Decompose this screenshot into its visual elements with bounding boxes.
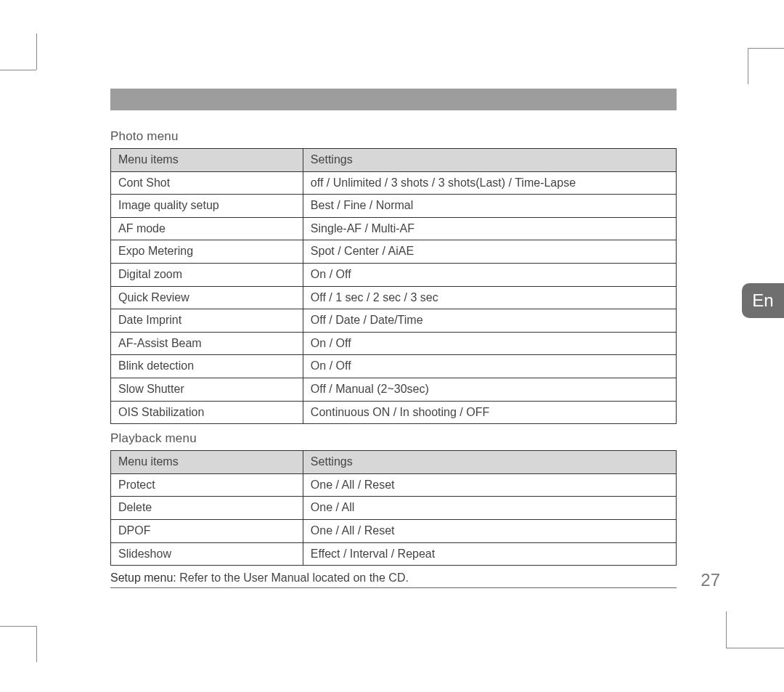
photo-menu-title: Photo menu — [110, 129, 677, 144]
settings-cell: Continuous ON / In shooting / OFF — [303, 401, 676, 424]
settings-cell: One / All — [303, 497, 676, 520]
language-tab: En — [742, 283, 784, 318]
settings-cell: One / All / Reset — [303, 473, 676, 497]
page-number: 27 — [701, 570, 720, 590]
menu-item-cell: DPOF — [111, 519, 303, 542]
table-row: Digital zoomOn / Off — [111, 263, 677, 286]
settings-cell: Off / Date / Date/Time — [303, 309, 676, 333]
crop-mark — [0, 70, 36, 70]
settings-cell: Spot / Center / AiAE — [303, 240, 676, 264]
menu-item-cell: Delete — [111, 497, 303, 520]
photo-menu-body: Cont Shotoff / Unlimited / 3 shots / 3 s… — [111, 171, 677, 424]
menu-item-cell: Slideshow — [111, 542, 303, 566]
table-row: Image quality setupBest / Fine / Normal — [111, 195, 677, 218]
table-row: AF modeSingle-AF / Multi-AF — [111, 217, 677, 240]
table-row: ProtectOne / All / Reset — [111, 473, 677, 497]
crop-mark — [726, 648, 784, 648]
table-row: Blink detectionOn / Off — [111, 355, 677, 378]
table-row: Slow ShutterOff / Manual (2~30sec) — [111, 378, 677, 401]
settings-cell: Off / 1 sec / 2 sec / 3 sec — [303, 286, 676, 309]
menu-item-cell: Digital zoom — [111, 263, 303, 286]
settings-cell: off / Unlimited / 3 shots / 3 shots(Last… — [303, 171, 676, 195]
settings-cell: One / All / Reset — [303, 519, 676, 542]
page-content: Photo menu Menu items Settings Cont Shot… — [110, 89, 677, 588]
table-row: OIS StabilizationContinuous ON / In shoo… — [111, 401, 677, 424]
setup-menu-label: Setup menu: — [110, 571, 176, 584]
menu-item-cell: Protect — [111, 473, 303, 497]
settings-cell: On / Off — [303, 355, 676, 378]
table-row: AF-Assist BeamOn / Off — [111, 332, 677, 355]
playback-menu-title: Playback menu — [110, 431, 677, 446]
photo-menu-table: Menu items Settings Cont Shotoff / Unlim… — [110, 148, 677, 424]
playback-menu-body: ProtectOne / All / ResetDeleteOne / AllD… — [111, 473, 677, 565]
setup-menu-text: Refer to the User Manual located on the … — [179, 571, 409, 584]
crop-mark — [726, 611, 727, 648]
settings-cell: On / Off — [303, 332, 676, 355]
menu-item-cell: AF-Assist Beam — [111, 332, 303, 355]
crop-mark — [36, 626, 37, 662]
table-header: Settings — [303, 451, 676, 474]
crop-mark — [0, 626, 36, 627]
crop-mark — [36, 33, 37, 70]
table-row: DPOFOne / All / Reset — [111, 519, 677, 542]
menu-item-cell: Cont Shot — [111, 171, 303, 195]
table-row: SlideshowEffect / Interval / Repeat — [111, 542, 677, 566]
menu-item-cell: Expo Metering — [111, 240, 303, 264]
settings-cell: Off / Manual (2~30sec) — [303, 378, 676, 401]
settings-cell: Best / Fine / Normal — [303, 195, 676, 218]
menu-item-cell: OIS Stabilization — [111, 401, 303, 424]
table-header: Settings — [303, 149, 676, 172]
menu-item-cell: Image quality setup — [111, 195, 303, 218]
menu-item-cell: Slow Shutter — [111, 378, 303, 401]
table-row: Cont Shotoff / Unlimited / 3 shots / 3 s… — [111, 171, 677, 195]
crop-mark — [748, 48, 748, 84]
settings-cell: Effect / Interval / Repeat — [303, 542, 676, 566]
table-row: Quick ReviewOff / 1 sec / 2 sec / 3 sec — [111, 286, 677, 309]
header-bar — [110, 89, 677, 110]
playback-menu-table: Menu items Settings ProtectOne / All / R… — [110, 450, 677, 566]
menu-item-cell: AF mode — [111, 217, 303, 240]
menu-item-cell: Date Imprint — [111, 309, 303, 333]
settings-cell: On / Off — [303, 263, 676, 286]
settings-cell: Single-AF / Multi-AF — [303, 217, 676, 240]
table-row: Expo MeteringSpot / Center / AiAE — [111, 240, 677, 264]
table-header: Menu items — [111, 149, 303, 172]
table-header: Menu items — [111, 451, 303, 474]
menu-item-cell: Blink detection — [111, 355, 303, 378]
menu-item-cell: Quick Review — [111, 286, 303, 309]
table-row: DeleteOne / All — [111, 497, 677, 520]
setup-menu-line: Setup menu: Refer to the User Manual loc… — [110, 571, 677, 588]
crop-mark — [748, 48, 784, 49]
table-row: Date ImprintOff / Date / Date/Time — [111, 309, 677, 333]
